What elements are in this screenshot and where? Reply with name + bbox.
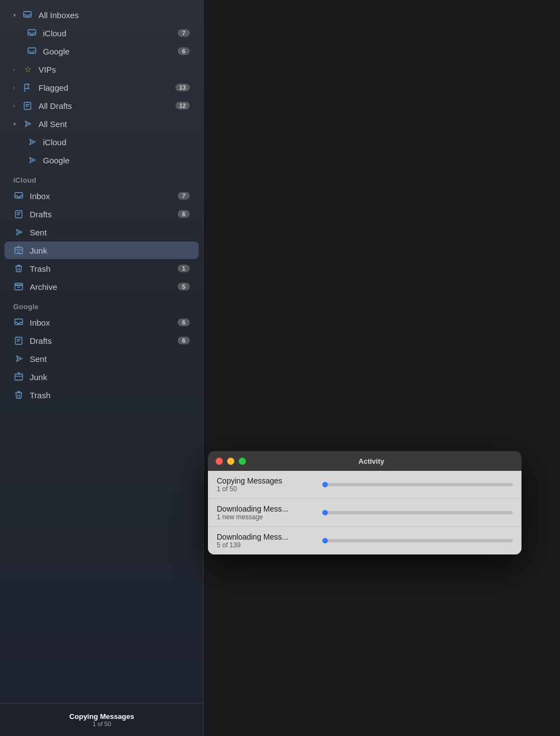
badge: 7 [178,192,190,200]
sidebar-item-label: Inbox [30,191,178,201]
draft-icon [13,335,24,346]
sidebar-item-label: Sent [30,354,190,364]
badge: 6 [178,210,190,218]
sent-icon [13,353,24,364]
progress-fill [322,483,513,486]
badge: 1 [178,265,190,272]
progress-bar [322,483,513,486]
chevron-right-icon: › [13,85,20,91]
sidebar-item-google-inbox[interactable]: Google 6 [4,42,199,60]
sidebar-item-google-sent2[interactable]: Sent [4,350,199,367]
chevron-down-icon: ▾ [13,121,20,127]
sidebar-item-google-sent[interactable]: Google [4,151,199,169]
sidebar-item-all-drafts[interactable]: › All Drafts 12 [4,97,199,114]
sidebar-item-label: Trash [30,391,190,400]
draft-icon [22,100,33,111]
status-subtitle: 1 of 50 [92,721,111,727]
sidebar-item-label: Junk [30,246,190,255]
sidebar-item-label: iCloud [43,29,178,38]
inbox-icon [26,28,37,39]
sidebar-item-label: Drafts [30,210,178,219]
sidebar-item-label: All Inboxes [39,10,190,20]
activity-row: Downloading Mess... 5 of 139 [208,527,521,554]
svg-rect-8 [15,283,23,285]
sidebar-item-icloud-inbox[interactable]: iCloud 7 [4,24,199,42]
sidebar-item-label: Archive [30,282,178,292]
activity-info: Downloading Mess... 5 of 139 [217,532,316,549]
activity-body: Copying Messages 1 of 50 Downloading Mes… [208,471,521,554]
badge: 6 [178,47,190,55]
sent-icon [26,136,37,147]
sidebar-item-google-junk[interactable]: Junk [4,368,199,386]
activity-name: Downloading Mess... [217,504,316,513]
close-button[interactable] [216,458,223,465]
progress-dot [322,482,328,487]
progress-fill [322,539,513,542]
sidebar-item-label: iCloud [43,138,190,147]
inbox-icon [26,46,37,57]
sidebar-item-all-inboxes[interactable]: ▾ All Inboxes [4,6,199,24]
sidebar-item-icloud-trash[interactable]: Trash 1 [4,260,199,277]
chevron-right-icon: › [13,103,20,109]
sidebar-item-flagged[interactable]: › Flagged 13 [4,79,199,96]
trash-icon [13,389,24,400]
junk-icon [13,371,24,382]
progress-bar [322,511,513,514]
chevron-down-icon: ▾ [13,12,20,18]
inbox-icon [22,9,33,20]
badge: 12 [175,102,190,109]
sidebar-item-icloud-inbox2[interactable]: Inbox 7 [4,187,199,205]
archive-icon [13,281,24,292]
sidebar-item-google-drafts[interactable]: Drafts 6 [4,332,199,349]
activity-name: Copying Messages [217,476,316,485]
sidebar-item-icloud-drafts[interactable]: Drafts 6 [4,205,199,223]
sidebar-item-label: Inbox [30,318,178,327]
inbox-icon [13,190,24,201]
status-title: Copying Messages [69,712,134,721]
sidebar-item-vips[interactable]: › ☆ VIPs [4,61,199,78]
badge: 7 [178,29,190,37]
sidebar-item-label: Google [43,156,190,165]
activity-row: Copying Messages 1 of 50 [208,471,521,499]
star-icon: ☆ [22,64,33,75]
sidebar-item-icloud-sent2[interactable]: Sent [4,223,199,241]
sidebar-item-label: VIPs [39,65,190,74]
sidebar: ▾ All Inboxes iCloud 7 [0,0,204,736]
sidebar-item-label: Trash [30,264,178,273]
draft-icon [13,208,24,219]
icloud-section-header: iCloud [0,169,203,186]
activity-sub: 5 of 139 [217,541,316,549]
sent-icon [26,155,37,166]
activity-info: Copying Messages 1 of 50 [217,476,316,493]
sidebar-item-google-trash[interactable]: Trash [4,386,199,404]
activity-window-title: Activity [229,457,514,465]
sidebar-item-icloud-junk[interactable]: Junk [4,241,199,259]
sent-icon [22,118,33,129]
activity-window: Activity Copying Messages 1 of 50 Downlo… [208,451,521,554]
activity-info: Downloading Mess... 1 new message [217,504,316,521]
junk-icon [13,245,24,256]
sent-icon [13,227,24,238]
svg-rect-11 [15,374,23,380]
progress-fill [322,511,513,514]
badge: 6 [178,318,190,326]
inbox-icon [13,317,24,328]
google-section-header: Google [0,296,203,313]
sidebar-item-label: Flagged [39,83,175,92]
activity-sub: 1 new message [217,513,316,521]
sidebar-item-google-inbox2[interactable]: Inbox 6 [4,314,199,331]
sidebar-item-label: Google [43,47,178,56]
sidebar-item-label: All Drafts [39,101,175,111]
activity-sub: 1 of 50 [217,485,316,493]
sidebar-item-icloud-sent[interactable]: iCloud [4,133,199,151]
activity-name: Downloading Mess... [217,532,316,541]
sidebar-item-icloud-archive[interactable]: Archive 5 [4,278,199,295]
sidebar-item-label: Sent [30,228,190,237]
progress-dot [322,538,328,543]
flag-icon [22,82,33,93]
sidebar-item-all-sent[interactable]: ▾ All Sent [4,115,199,133]
activity-titlebar: Activity [208,451,521,471]
chevron-right-icon: › [13,67,20,73]
badge: 6 [178,337,190,344]
progress-dot [322,510,328,515]
